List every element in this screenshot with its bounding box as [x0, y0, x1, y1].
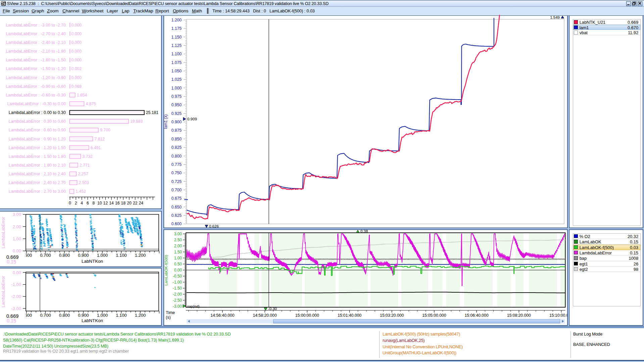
svg-text:0.850: 0.850 [171, 137, 182, 141]
svg-text:LambdaLabError : 0.00 to 0.30: LambdaLabError : 0.00 to 0.30 [9, 110, 66, 115]
svg-text:LambdaLabError : 0.90 to 1.20: LambdaLabError : 0.90 to 1.20 [9, 137, 66, 141]
svg-text:14: 14 [109, 201, 114, 205]
svg-text:-0.50: -0.50 [173, 274, 182, 279]
svg-text:0.900: 0.900 [171, 120, 182, 124]
svg-text:0.925: 0.925 [171, 111, 182, 116]
svg-text:4: 4 [81, 201, 83, 205]
svg-text:16: 16 [115, 201, 120, 205]
svg-text:LambdaLabError : 0.60 to 0.90: LambdaLabError : 0.60 to 0.90 [9, 128, 66, 132]
svg-text:LambdaLabError : -0.30 to 0.00: LambdaLabError : -0.30 to 0.00 [7, 102, 66, 106]
svg-text:LambdaLabError : -2.70 to -2.4: LambdaLabError : -2.70 to -2.40 [6, 32, 66, 36]
svg-text:3.00: 3.00 [13, 212, 21, 217]
svg-text:0.000: 0.000 [71, 75, 82, 80]
svg-text:0.00: 0.00 [13, 270, 21, 275]
svg-text:15:01:40.000: 15:01:40.000 [338, 313, 361, 318]
svg-text:0.000: 0.000 [71, 49, 82, 54]
svg-text:3.00: 3.00 [174, 232, 182, 236]
svg-text:LambdaLabError: LambdaLabError [1, 217, 6, 248]
svg-text:(s): (s) [166, 315, 171, 320]
svg-text:0.800: 0.800 [59, 253, 70, 258]
svg-text:0.650: 0.650 [171, 205, 182, 209]
svg-text:LambdaLabError: LambdaLabError [1, 276, 6, 307]
svg-text:2.00: 2.00 [174, 244, 182, 248]
svg-text:0.750: 0.750 [171, 171, 182, 175]
svg-text:LambdaLabError : -0.60 to -0.3: LambdaLabError : -0.60 to -0.30 [6, 93, 66, 98]
svg-text:1.025: 1.025 [171, 77, 182, 82]
svg-text:-0.30: -0.30 [268, 307, 277, 311]
svg-text:1.075: 1.075 [171, 60, 182, 65]
svg-text:LambdaLabError : -1.80 to -1.5: LambdaLabError : -1.80 to -1.50 [6, 58, 66, 62]
svg-text:0.50: 0.50 [174, 262, 182, 266]
svg-text:1.100: 1.100 [171, 52, 182, 56]
svg-text:25.181: 25.181 [146, 110, 158, 115]
svg-text:LabNTKon: LabNTKon [82, 318, 103, 323]
svg-text:4.875: 4.875 [86, 102, 96, 106]
svg-text:15:08:20.000: 15:08:20.000 [507, 313, 531, 318]
svg-text:1.549: 1.549 [550, 15, 560, 19]
svg-text:0.975: 0.975 [171, 94, 182, 99]
svg-text:0.775: 0.775 [171, 162, 182, 167]
svg-text:0.000: 0.000 [71, 32, 82, 36]
svg-text:0.15: 0.15 [7, 259, 16, 264]
svg-text:-3.00: -3.00 [11, 306, 21, 311]
svg-text:0: 0 [69, 201, 71, 205]
svg-text:LambdaLabError : 0.30 to 0.60: LambdaLabError : 0.30 to 0.60 [9, 119, 66, 124]
svg-text:1.200: 1.200 [135, 313, 146, 318]
svg-text:22: 22 [133, 201, 138, 205]
svg-text:15:00:00.000: 15:00:00.000 [295, 313, 319, 318]
svg-text:1.000: 1.000 [97, 313, 108, 318]
svg-text:1.00: 1.00 [13, 236, 21, 241]
svg-text:LambdaLabError : -3.00 to -2.7: LambdaLabError : -3.00 to -2.70 [6, 23, 66, 27]
svg-text:0.000: 0.000 [71, 58, 82, 62]
svg-text:0.15: 0.15 [7, 318, 16, 323]
svg-text:2.503: 2.503 [79, 180, 89, 185]
svg-text:0.00: 0.00 [174, 268, 182, 273]
svg-text:lam1 (λ): lam1 (λ) [163, 114, 168, 129]
svg-text:0.700: 0.700 [40, 313, 51, 318]
svg-text:1.175: 1.175 [171, 26, 182, 31]
svg-text:-2.00: -2.00 [173, 292, 182, 297]
svg-text:15:05:00.000: 15:05:00.000 [422, 313, 446, 318]
svg-text:-1.50: -1.50 [173, 286, 182, 291]
svg-text:0.900: 0.900 [78, 253, 89, 258]
svg-text:2.00: 2.00 [13, 224, 21, 229]
svg-text:14:56:40.000: 14:56:40.000 [210, 313, 234, 318]
svg-text:LambdaLabError : -0.90 to -0.6: LambdaLabError : -0.90 to -0.60 [6, 84, 66, 89]
svg-text:LambdaLabError : 2.40 to 2.70: LambdaLabError : 2.40 to 2.70 [9, 180, 66, 185]
svg-text:0.900: 0.900 [78, 313, 89, 318]
svg-text:-2.00: -2.00 [11, 294, 21, 299]
svg-text:2.257: 2.257 [78, 172, 88, 176]
svg-text:0.000: 0.000 [71, 23, 82, 27]
svg-text:0.875: 0.875 [171, 128, 182, 133]
svg-text:1.100: 1.100 [116, 313, 127, 318]
svg-text:8: 8 [93, 201, 95, 205]
svg-text:0.00: 0.00 [13, 248, 21, 253]
svg-text:0.000: 0.000 [71, 40, 82, 45]
svg-text:1.125: 1.125 [171, 43, 182, 48]
svg-text:1.200: 1.200 [135, 253, 146, 258]
svg-text:0.909: 0.909 [187, 117, 197, 121]
svg-text:0.800: 0.800 [171, 154, 182, 159]
svg-text:LambdaLabError : 1.20 to 1.50: LambdaLabError : 1.20 to 1.50 [9, 145, 66, 150]
svg-text:20: 20 [127, 201, 132, 205]
svg-text:3.732: 3.732 [83, 154, 93, 159]
svg-text:15:03:20.000: 15:03:20.000 [380, 313, 404, 318]
svg-text:LambdaLabError : -1.20 to -0.9: LambdaLabError : -1.20 to -0.90 [6, 75, 66, 80]
svg-text:LambdaLabError : -1.50 to -1.2: LambdaLabError : -1.50 to -1.20 [6, 66, 66, 71]
svg-text:0.600: 0.600 [21, 253, 32, 258]
svg-text:LambdaLabError : -2.40 to -2.1: LambdaLabError : -2.40 to -2.10 [6, 40, 66, 45]
svg-text:1.100: 1.100 [116, 253, 127, 258]
svg-text:0.38: 0.38 [360, 229, 368, 233]
svg-text:10: 10 [97, 201, 102, 205]
svg-text:0.002: 0.002 [71, 66, 82, 71]
svg-text:-2.50: -2.50 [173, 298, 182, 303]
svg-text:0.700: 0.700 [171, 188, 182, 192]
svg-text:1.00: 1.00 [174, 256, 182, 260]
svg-text:1.150: 1.150 [171, 35, 182, 40]
svg-text:1.854: 1.854 [77, 93, 87, 98]
svg-text:2.771: 2.771 [80, 163, 90, 168]
svg-text:7.812: 7.812 [95, 137, 105, 141]
svg-text:0.725: 0.725 [171, 179, 182, 184]
svg-text:LabNTKon: LabNTKon [82, 259, 103, 264]
svg-text:2: 2 [75, 201, 77, 205]
